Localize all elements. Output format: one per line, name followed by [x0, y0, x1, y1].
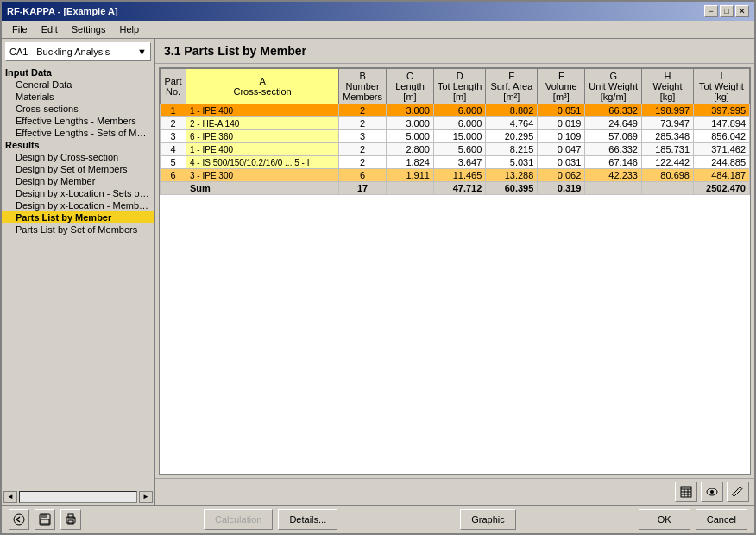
col-header-b: BNumberMembers [339, 69, 387, 104]
cell-weight: 80.698 [642, 169, 694, 182]
sidebar-item-eff-lengths-members[interactable]: Effective Lengths - Members [2, 115, 154, 127]
table-icon [680, 486, 692, 498]
sidebar-item-parts-list-member[interactable]: Parts List by Member [2, 211, 154, 223]
cell-num-members: 2 [339, 104, 387, 117]
menu-help[interactable]: Help [112, 22, 146, 36]
wrench-icon-button[interactable] [727, 482, 749, 502]
cell-unit-weight: 66.332 [585, 143, 642, 156]
sidebar-scrollbar-area: ◄ ► [2, 488, 154, 505]
sidebar-item-eff-lengths-sets[interactable]: Effective Lengths - Sets of Mem... [2, 127, 154, 139]
table-icon-button[interactable] [675, 482, 697, 502]
cell-tot-weight: 371.462 [694, 143, 750, 156]
eye-icon [706, 486, 718, 498]
col-header-cross-section: ACross-section [186, 69, 339, 104]
sidebar-item-design-cross-section[interactable]: Design by Cross-section [2, 151, 154, 163]
cell-cross-section: 1 - IPE 400 [186, 143, 339, 156]
col-header-d: DTot Length[m] [433, 69, 485, 104]
svg-point-7 [710, 490, 714, 494]
cell-volume: 0.051 [538, 104, 585, 117]
col-header-part-no: PartNo. [161, 69, 186, 104]
cell-unit-weight: 67.146 [585, 156, 642, 169]
sidebar-item-design-set-members[interactable]: Design by Set of Members [2, 163, 154, 175]
svg-rect-11 [41, 519, 49, 524]
wrench-icon [732, 486, 744, 498]
sum-tot-weight: 2502.470 [694, 182, 750, 195]
cell-tot-weight: 397.995 [694, 104, 750, 117]
cell-tot-length: 11.465 [433, 169, 485, 182]
sum-empty-weight [642, 182, 694, 195]
cell-length: 1.911 [386, 169, 433, 182]
sum-num-members: 17 [339, 182, 387, 195]
cell-surf-area: 13.288 [486, 169, 538, 182]
minimize-button[interactable]: − [704, 5, 718, 17]
menu-edit[interactable]: Edit [35, 22, 65, 36]
sum-empty-length [386, 182, 433, 195]
table-row: 6 3 - IPE 300 6 1.911 11.465 13.288 0.06… [161, 169, 750, 182]
cell-cross-section: 4 - IS 500/150/10.2/16/0 ... 5 - I [186, 156, 339, 169]
scroll-left-arrow[interactable]: ◄ [3, 491, 17, 503]
save-icon [39, 513, 51, 526]
cell-num-members: 3 [339, 130, 387, 143]
cell-length: 3.000 [386, 117, 433, 130]
maximize-button[interactable]: □ [720, 5, 734, 17]
cell-num-members: 2 [339, 156, 387, 169]
close-button[interactable]: ✕ [735, 5, 749, 17]
sidebar-item-design-member[interactable]: Design by Member [2, 175, 154, 187]
scroll-track[interactable] [19, 491, 137, 503]
parts-table-container[interactable]: PartNo. ACross-section BNumberMembers CL… [159, 67, 751, 475]
sidebar-item-cross-sections[interactable]: Cross-sections [2, 103, 154, 115]
sum-label [161, 182, 186, 195]
cell-tot-length: 5.600 [433, 143, 485, 156]
menu-file[interactable]: File [5, 22, 35, 36]
cell-weight: 185.731 [642, 143, 694, 156]
table-row: 1 1 - IPE 400 2 3.000 6.000 8.802 0.051 … [161, 104, 750, 117]
details-button[interactable]: Details... [278, 509, 337, 530]
sidebar-item-parts-list-sets[interactable]: Parts List by Set of Members [2, 223, 154, 236]
view-icon-button[interactable] [701, 482, 723, 502]
sum-tot-length: 47.712 [433, 182, 485, 195]
ok-button[interactable]: OK [639, 509, 690, 530]
cell-length: 1.824 [386, 156, 433, 169]
cell-volume: 0.047 [538, 143, 585, 156]
analysis-dropdown[interactable]: CA1 - Buckling Analysis ▼ [5, 42, 151, 61]
table-row: 5 4 - IS 500/150/10.2/16/0 ... 5 - I 2 1… [161, 156, 750, 169]
cell-tot-length: 15.000 [433, 130, 485, 143]
cell-row-no: 6 [161, 169, 186, 182]
sidebar-tree: Input Data General Data Materials Cross-… [2, 65, 154, 488]
sum-label-text: Sum [186, 182, 339, 195]
cell-tot-length: 6.000 [433, 117, 485, 130]
sidebar-item-design-x-members[interactable]: Design by x-Location - Member... [2, 199, 154, 211]
cell-unit-weight: 42.233 [585, 169, 642, 182]
graphic-button[interactable]: Graphic [460, 509, 516, 530]
print-icon-button[interactable] [60, 509, 81, 530]
calculation-button[interactable]: Calculation [204, 509, 273, 530]
back-icon-button[interactable] [9, 509, 29, 530]
toolbar-right [155, 478, 754, 505]
cell-weight: 73.947 [642, 117, 694, 130]
cell-num-members: 6 [339, 169, 387, 182]
col-header-g: GUnit Weight[kg/m] [585, 69, 642, 104]
save-icon-button[interactable] [35, 509, 55, 530]
cell-volume: 0.019 [538, 117, 585, 130]
cell-tot-weight: 484.187 [694, 169, 750, 182]
cell-row-no: 5 [161, 156, 186, 169]
cell-unit-weight: 57.069 [585, 130, 642, 143]
sidebar-item-materials[interactable]: Materials [2, 91, 154, 103]
menu-bar: File Edit Settings Help [2, 21, 754, 39]
sidebar-item-general-data[interactable]: General Data [2, 79, 154, 91]
sidebar-item-design-x-sets[interactable]: Design by x-Location - Sets of M... [2, 187, 154, 199]
analysis-dropdown-label: CA1 - Buckling Analysis [9, 47, 110, 57]
cell-weight: 122.442 [642, 156, 694, 169]
window-title: RF-KAPPA - [Example A] [7, 6, 118, 16]
cell-weight: 285.348 [642, 130, 694, 143]
cell-surf-area: 4.764 [486, 117, 538, 130]
menu-settings[interactable]: Settings [65, 22, 113, 36]
scroll-right-arrow[interactable]: ► [139, 491, 153, 503]
window-controls: − □ ✕ [704, 5, 749, 17]
table-row: 2 2 - HE-A 140 2 3.000 6.000 4.764 0.019… [161, 117, 750, 130]
main-content: CA1 - Buckling Analysis ▼ Input Data Gen… [2, 39, 754, 505]
cancel-button[interactable]: Cancel [696, 509, 747, 530]
cell-volume: 0.062 [538, 169, 585, 182]
main-window: RF-KAPPA - [Example A] − □ ✕ File Edit S… [0, 0, 756, 535]
sidebar: CA1 - Buckling Analysis ▼ Input Data Gen… [2, 39, 155, 505]
